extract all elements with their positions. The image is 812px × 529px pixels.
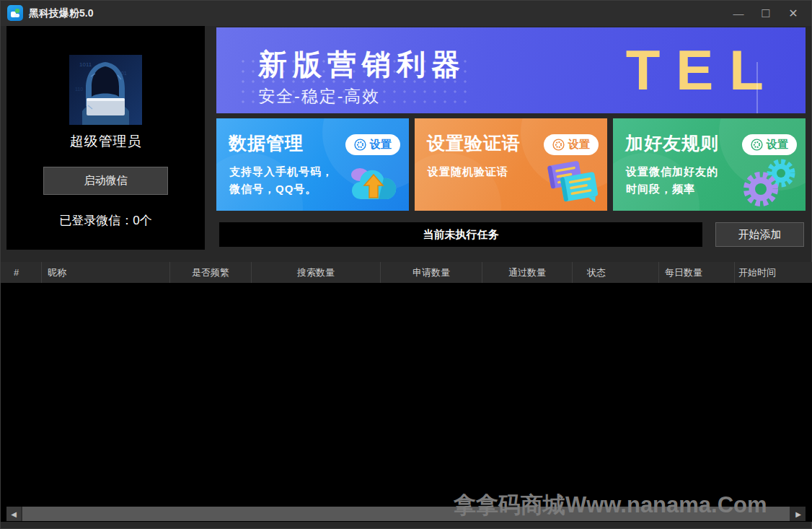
col-header-nickname[interactable]: 昵称	[42, 262, 170, 283]
gear-icon	[552, 139, 565, 151]
maximize-button[interactable]: ☐	[752, 1, 780, 26]
account-panel: 1011 0101 110 超级管理员 启动微信 已登录微信：0个	[6, 26, 205, 250]
card-desc: 支持导入手机号码， 微信号，QQ号。	[229, 163, 333, 198]
card-add-friend-rules: 加好友规则 设置 设置微信加好友的 时间段，频率	[613, 118, 806, 211]
watermark-text: 拿拿码商城Www.nanama.Com	[454, 490, 767, 520]
banner-subtitle: 安全-稳定-高效	[258, 85, 380, 108]
col-header-search-count[interactable]: 搜索数量	[252, 262, 381, 283]
title-bar: 黑科技爆粉5.0 — ☐ ✕	[1, 1, 811, 26]
app-window: 黑科技爆粉5.0 — ☐ ✕ 1011 0101 110 超级管理员	[0, 0, 812, 529]
svg-text:1011: 1011	[79, 61, 92, 68]
card-desc: 设置随机验证语	[428, 163, 508, 180]
card-title: 设置验证语	[427, 131, 521, 155]
task-status-bar: 当前未执行任务	[219, 222, 702, 247]
gear-icon	[751, 139, 763, 151]
table-body	[1, 283, 812, 522]
col-header-frequent[interactable]: 是否频繁	[170, 262, 252, 283]
banner-title: 新版营销利器	[258, 45, 466, 84]
launch-wechat-button[interactable]: 启动微信	[43, 167, 168, 195]
gear-icon	[354, 139, 366, 151]
minimize-button[interactable]: —	[725, 1, 752, 26]
card-data-management: 数据管理 设置 支持导入手机号码， 微信号，QQ号。	[216, 118, 409, 211]
col-header-daily-count[interactable]: 每日数量	[659, 262, 735, 283]
close-button[interactable]: ✕	[780, 1, 807, 26]
login-status: 已登录微信：0个	[59, 212, 151, 229]
cloud-upload-icon	[345, 154, 402, 208]
col-header-status[interactable]: 状态	[573, 262, 659, 283]
task-status-text: 当前未执行任务	[423, 228, 499, 242]
window-controls: — ☐ ✕	[725, 1, 807, 26]
chat-bubbles-icon	[541, 156, 600, 208]
card-title: 数据管理	[229, 131, 304, 155]
card-desc: 设置微信加好友的 时间段，频率	[626, 163, 718, 198]
verification-settings-button[interactable]: 设置	[544, 134, 599, 155]
banner-brand-text: TEL	[626, 38, 780, 103]
col-header-index[interactable]: #	[1, 262, 42, 283]
settings-label: 设置	[370, 138, 392, 152]
col-header-apply-count[interactable]: 申请数量	[381, 262, 482, 283]
col-header-pass-count[interactable]: 通过数量	[482, 262, 573, 283]
settings-label: 设置	[568, 138, 590, 152]
role-name: 超级管理员	[70, 132, 142, 151]
svg-text:110: 110	[75, 87, 83, 92]
settings-label: 设置	[767, 138, 788, 152]
table-header: # 昵称 是否频繁 搜索数量 申请数量 通过数量 状态 每日数量 开始时间	[1, 262, 812, 283]
scroll-right-button[interactable]: ▶	[791, 507, 806, 521]
card-verification-message: 设置验证语 设置 设置随机验证语	[415, 118, 607, 211]
login-count: 0个	[133, 214, 151, 227]
hacker-avatar-image: 1011 0101 110	[69, 55, 142, 125]
login-status-label: 已登录微信：	[59, 214, 133, 227]
app-logo-icon	[7, 5, 23, 21]
card-title: 加好友规则	[625, 131, 719, 155]
data-settings-button[interactable]: 设置	[345, 134, 400, 155]
col-header-start-time[interactable]: 开始时间	[735, 262, 812, 283]
promo-banner: 新版营销利器 安全-稳定-高效 TEL	[216, 27, 806, 113]
gears-icon	[739, 154, 798, 208]
friend-rules-settings-button[interactable]: 设置	[742, 134, 797, 155]
start-add-button[interactable]: 开始添加	[715, 222, 804, 247]
scroll-left-button[interactable]: ◀	[6, 507, 21, 521]
window-title: 黑科技爆粉5.0	[29, 7, 93, 20]
